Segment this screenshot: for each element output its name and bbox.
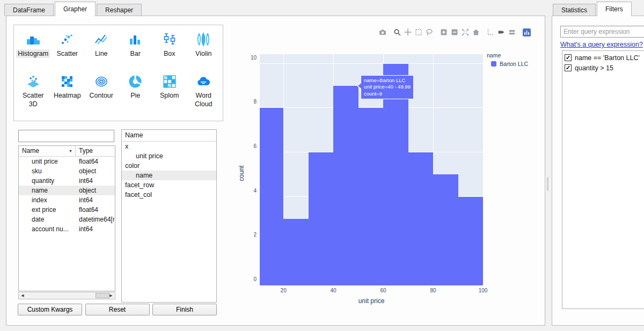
legend-entry-barton-llc[interactable]: Barton LLC [487,61,528,67]
x-tick-label: 60 [380,288,386,293]
reset-button[interactable]: Reset [85,304,150,315]
field-type: object [76,187,114,194]
reset-axes-icon[interactable] [472,28,480,36]
chart-type-label: Contour [88,91,115,100]
field-row-ext-price[interactable]: ext pricefloat64 [19,205,115,215]
histogram-bar[interactable] [458,197,483,285]
column-header-type[interactable]: Type [76,146,95,156]
column-header-name[interactable]: Name▼ [19,146,76,156]
query-help-link[interactable]: What's a query expression? [560,41,643,48]
mapping-item-facet-row[interactable]: facet_row [122,180,216,190]
chart-type-label: Line [93,49,109,58]
filter-checkbox[interactable]: ✓ [565,64,572,71]
chart-type-box[interactable]: Box [152,32,187,68]
tab-reshaper[interactable]: Reshaper [97,4,142,16]
mapping-item-name[interactable]: name [122,171,216,180]
camera-icon[interactable] [378,28,387,36]
y-tick-label: 2 [244,232,257,238]
y-tick-label: 6 [244,143,257,149]
x-gridline [483,54,484,285]
field-row-sku[interactable]: skuobject [19,166,115,176]
x-tick-label: 80 [430,288,436,293]
chart-type-line[interactable]: Line [84,32,119,68]
contour-icon [93,73,109,90]
fields-table-hscrollbar[interactable]: ◀ ▶ [18,292,115,299]
violin-icon [195,32,211,48]
spikelines-icon[interactable] [486,28,495,36]
scroll-right-arrow-icon[interactable]: ▶ [107,292,115,299]
tab-grapher[interactable]: Grapher [55,2,96,16]
histogram-bar[interactable] [260,108,283,285]
filter-label: name == 'Barton LLC' [575,54,640,62]
field-name: date [19,216,76,223]
tab-filters[interactable]: Filters [597,2,632,16]
zoom-out-icon[interactable] [450,28,459,36]
filter-checkbox[interactable]: ✓ [565,54,572,61]
mapping-item-facet-col[interactable]: facet_col [122,190,216,200]
right-tab-group: StatisticsFilters [553,2,633,16]
fields-table-header: Name▼Type [19,146,115,157]
axis-mapping-header: Name [122,130,216,142]
chart-type-heatmap[interactable]: Heatmap [50,73,85,119]
lasso-select-icon[interactable] [425,28,434,36]
axis-mapping-list: Name xunit pricecolornamefacet_rowfacet_… [121,129,217,303]
histogram-bar[interactable] [408,152,433,285]
field-search-input[interactable] [18,130,114,142]
zoom-in-icon[interactable] [440,28,448,36]
chart-type-splom[interactable]: Splom [152,73,187,119]
scatter-3d-icon [25,73,41,90]
chart-type-label: Histogram [16,49,50,58]
chart-type-pie[interactable]: Pie [119,73,153,119]
x-tick-label: 40 [331,288,336,293]
plotly-logo-icon[interactable] [522,28,531,36]
chart-type-label: Violin [194,49,213,58]
scroll-left-arrow-icon[interactable]: ◀ [19,292,26,299]
chart-type-scatter[interactable]: Scatter [50,32,85,68]
pan-icon[interactable] [404,28,412,36]
chart-legend: name Barton LLC [487,52,528,67]
chart-type-label: Scatter [55,49,79,58]
filter-item-name-barton-llc[interactable]: ✓name == 'Barton LLC' [562,53,644,63]
panel-splitter[interactable] [547,177,548,191]
chart-type-label: Pie [129,91,142,100]
chart-type-scatter-3d[interactable]: Scatter 3D [16,73,50,119]
chart-type-bar[interactable]: Bar [119,32,153,68]
chart-type-contour[interactable]: Contour [84,73,119,119]
filter-item-quantity-15[interactable]: ✓quantity > 15 [562,63,644,73]
autoscale-icon[interactable] [461,28,470,36]
field-type: float64 [76,206,114,214]
field-row-index[interactable]: indexint64 [19,195,115,205]
mapping-item-x[interactable]: x [122,142,216,151]
x-axis-title: unit price [260,297,483,305]
finish-button[interactable]: Finish [152,304,217,315]
histogram-bar[interactable] [333,86,358,285]
chart-type-word-cloud[interactable]: Word Cloud [187,73,221,119]
chart-type-picker: HistogramScatterLineBarBoxViolinScatter … [13,25,223,121]
field-name: sku [19,167,76,175]
plot-area[interactable]: name=Barton LLCunit price=40 - 49.99coun… [260,54,483,285]
box-select-icon[interactable] [414,28,423,36]
histogram-bar[interactable] [309,152,333,285]
chart-type-violin[interactable]: Violin [187,32,221,68]
mapping-item-unit-price[interactable]: unit price [122,151,216,161]
pie-icon [127,73,143,90]
histogram-bar[interactable] [433,174,458,285]
field-row-quantity[interactable]: quantityint64 [19,176,115,186]
field-row-date[interactable]: datedatetime64[ns] [19,215,115,224]
field-row-name[interactable]: nameobject [19,186,115,195]
field-row-account-nu[interactable]: account nu...int64 [19,224,115,234]
chart-type-histogram[interactable]: Histogram [16,32,50,68]
histogram-bar[interactable] [283,219,308,285]
hover-compare-icon[interactable] [508,28,516,36]
y-gridline [260,63,483,64]
saved-filters-list: ✓name == 'Barton LLC'✓quantity > 15 [562,50,644,309]
hover-closest-icon[interactable] [497,28,506,36]
tab-statistics[interactable]: Statistics [553,4,596,16]
histogram-bar[interactable] [358,108,383,285]
zoom-icon[interactable] [393,28,401,36]
tab-dataframe[interactable]: DataFrame [4,4,54,16]
field-row-unit-price[interactable]: unit pricefloat64 [19,157,115,166]
mapping-item-color[interactable]: color [122,161,216,171]
custom-kwargs-button[interactable]: Custom Kwargs [18,304,82,315]
query-expression-input[interactable] [560,26,644,38]
